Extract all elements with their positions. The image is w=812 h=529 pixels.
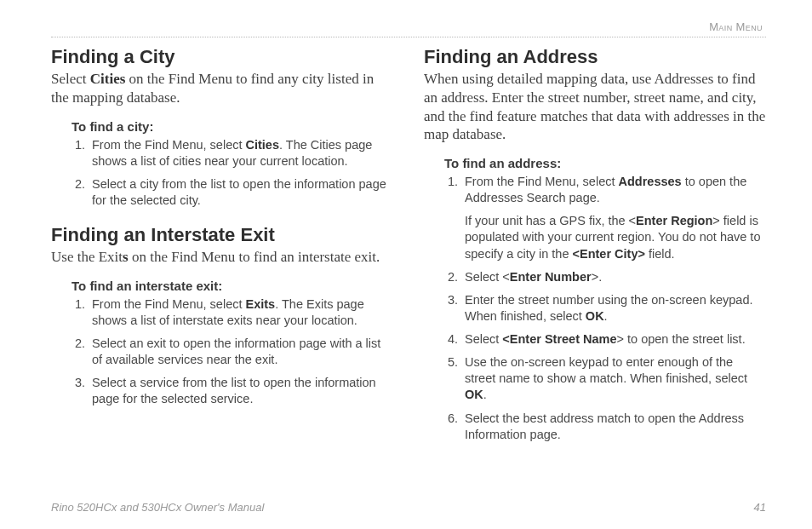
text: >.	[592, 270, 603, 284]
header-section-label: Main Menu	[51, 20, 766, 33]
bold: s	[123, 249, 129, 265]
subhead-find-a-city: To find a city:	[71, 119, 393, 134]
page-footer: Rino 520HCx and 530HCx Owner's Manual 41	[51, 501, 766, 514]
bold: OK	[465, 388, 483, 401]
steps-find-interstate-exit: From the Find Menu, select Exits. The Ex…	[71, 296, 393, 408]
bold: Exits	[246, 297, 276, 311]
lead-interstate-exit: Use the Exits on the Find Menu to find a…	[51, 248, 393, 267]
text: > to open the street list.	[617, 332, 746, 346]
list-item: Select an exit to open the information p…	[89, 336, 393, 368]
heading-finding-interstate-exit: Finding an Interstate Exit	[51, 224, 393, 246]
list-item: Select a city from the list to open the …	[89, 176, 393, 209]
text: on the Find Menu to find an interstate e…	[129, 249, 380, 265]
steps-find-an-address: From the Find Menu, select Addresses to …	[444, 174, 766, 443]
list-item: Select the best address match to open th…	[461, 411, 766, 443]
list-item: Use the on-screen keypad to enter enough…	[461, 354, 766, 403]
list-item: Select a service from the list to open t…	[89, 375, 393, 407]
bold: Addresses	[619, 175, 682, 188]
footer-manual-title: Rino 520HCx and 530HCx Owner's Manual	[51, 501, 264, 514]
bold-cities: Cities	[90, 71, 126, 87]
bold: Enter Number	[510, 270, 592, 284]
text: .	[604, 309, 608, 323]
bold: Cities	[246, 138, 280, 152]
text: Select	[465, 332, 502, 346]
subhead-find-an-address: To find an address:	[444, 156, 766, 170]
list-item: Select <Enter Street Name> to open the s…	[461, 331, 766, 348]
content-columns: Finding a City Select Cities on the Find…	[51, 46, 766, 458]
subhead-find-interstate-exit: To find an interstate exit:	[71, 279, 393, 293]
note: If your unit has a GPS fix, the <Enter R…	[465, 213, 766, 262]
text: Use the on-screen keypad to enter enough…	[465, 355, 747, 385]
bold: OK	[586, 309, 604, 323]
bold: Enter Region	[636, 214, 712, 227]
text: Select <	[465, 270, 510, 284]
list-item: From the Find Menu, select Cities. The C…	[89, 137, 393, 170]
heading-finding-a-city: Finding a City	[51, 46, 393, 68]
lead-finding-an-address: When using detailed mapping data, use Ad…	[424, 70, 766, 144]
text: From the Find Menu, select	[92, 297, 246, 311]
left-column: Finding a City Select Cities on the Find…	[51, 46, 393, 458]
list-item: Enter the street number using the on-scr…	[461, 292, 766, 325]
list-item: From the Find Menu, select Exits. The Ex…	[89, 296, 393, 329]
text: From the Find Menu, select	[465, 175, 619, 188]
lead-finding-a-city: Select Cities on the Find Menu to find a…	[51, 70, 393, 107]
right-column: Finding an Address When using detailed m…	[424, 46, 766, 458]
header-rule	[51, 37, 766, 37]
text: If your unit has a GPS fix, the <	[465, 214, 636, 227]
text: .	[483, 388, 487, 401]
text: From the Find Menu, select	[92, 138, 246, 152]
text: field.	[645, 247, 675, 261]
bold: <Enter City>	[573, 247, 645, 261]
text: Enter the street number using the on-scr…	[465, 293, 753, 323]
text: Select	[51, 71, 90, 87]
footer-page-number: 41	[754, 501, 766, 514]
manual-page: Main Menu Finding a City Select Cities o…	[0, 0, 812, 529]
bold: <Enter Street Name	[502, 332, 616, 346]
list-item: From the Find Menu, select Addresses to …	[461, 174, 766, 262]
text: Use the Exit	[51, 249, 123, 265]
steps-find-a-city: From the Find Menu, select Cities. The C…	[71, 137, 393, 210]
list-item: Select <Enter Number>.	[461, 269, 766, 285]
heading-finding-an-address: Finding an Address	[424, 46, 766, 68]
